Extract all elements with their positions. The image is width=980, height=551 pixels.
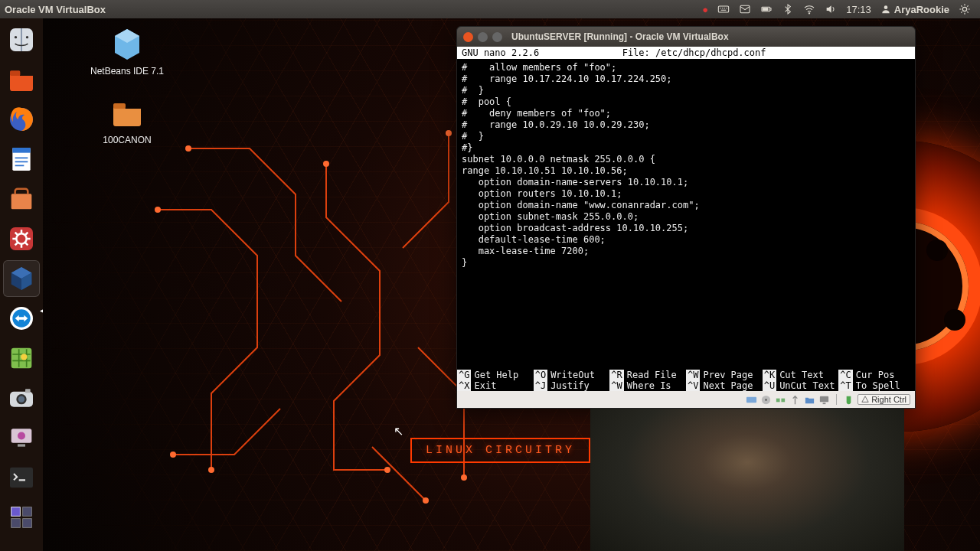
active-window-title: Oracle VM VirtualBox <box>5 4 106 15</box>
nano-shortcut: ^JJustify <box>534 380 610 391</box>
launcher-item-map-app[interactable] <box>3 340 40 377</box>
svg-rect-1 <box>740 5 750 12</box>
volume-indicator-icon[interactable] <box>825 3 837 15</box>
nano-editor-content[interactable]: # allow members of "foo"; # range 10.17.… <box>457 59 915 272</box>
keyboard-indicator-icon[interactable] <box>717 3 730 15</box>
desktop-icon-canon-folder[interactable]: 100CANON <box>89 95 165 145</box>
session-menu-icon[interactable] <box>959 3 971 15</box>
launcher-item-teamviewer[interactable] <box>3 300 40 337</box>
svg-point-37 <box>446 130 452 136</box>
svg-point-27 <box>18 432 25 440</box>
svg-point-39 <box>208 467 214 473</box>
svg-rect-0 <box>719 6 729 12</box>
vm-network-icon[interactable] <box>775 394 786 406</box>
launcher-item-software-center[interactable] <box>3 181 40 217</box>
top-panel: Oracle VM VirtualBox ● 17:13 AryaRookie <box>0 0 980 18</box>
svg-rect-4 <box>763 8 769 11</box>
nano-shortcut: ^OWriteOut <box>534 370 610 380</box>
vm-display-icon[interactable] <box>818 394 830 406</box>
launcher-item-workspace-switcher[interactable] <box>3 499 40 536</box>
user-name: AryaRookie <box>894 4 949 15</box>
svg-rect-28 <box>18 444 25 446</box>
svg-rect-15 <box>11 194 32 209</box>
svg-point-6 <box>884 5 887 9</box>
vm-shared-folder-icon[interactable] <box>804 394 815 406</box>
network-indicator-icon[interactable] <box>803 3 815 15</box>
svg-rect-3 <box>770 8 771 11</box>
nano-header: GNU nano 2.2.6 File: /etc/dhcp/dhcpd.con… <box>457 47 915 59</box>
desktop-icon-canon-label: 100CANON <box>89 135 165 145</box>
webcam-feed <box>590 409 904 551</box>
vm-host-key[interactable]: Right Ctrl <box>858 394 910 405</box>
svg-point-41 <box>423 497 429 504</box>
clock[interactable]: 17:13 <box>846 4 871 15</box>
vm-window-title: UbuntuSERVER [Running] - Oracle VM Virtu… <box>511 31 729 42</box>
svg-rect-33 <box>23 519 32 528</box>
desktop-icon-netbeans-label: NetBeans IDE 7.1 <box>89 66 165 77</box>
vm-console[interactable]: GNU nano 2.2.6 File: /etc/dhcp/dhcpd.con… <box>457 47 915 391</box>
svg-rect-31 <box>23 507 32 517</box>
vm-usb-icon[interactable] <box>789 394 801 406</box>
record-indicator-icon[interactable]: ● <box>702 4 708 15</box>
unity-launcher: ◀ <box>0 18 43 551</box>
wallpaper-label: LINUX CIRCUITRY <box>410 438 590 463</box>
nano-file-path: File: /etc/dhcp/dhcpd.conf <box>539 47 849 58</box>
svg-point-42 <box>384 467 390 473</box>
svg-rect-44 <box>746 396 756 403</box>
svg-rect-47 <box>776 398 780 402</box>
nano-shortcut: ^VNext Page <box>686 380 763 391</box>
window-minimize-button[interactable] <box>478 32 488 42</box>
nano-shortcut: ^WPrev Page <box>686 370 763 380</box>
virtualbox-guest-window[interactable]: UbuntuSERVER [Running] - Oracle VM Virtu… <box>456 26 916 409</box>
nano-shortcut: ^CCur Pos <box>838 370 915 380</box>
launcher-item-terminal[interactable] <box>3 459 40 496</box>
mail-indicator-icon[interactable] <box>739 3 751 15</box>
svg-rect-14 <box>12 148 30 153</box>
vm-hdd-icon[interactable] <box>746 394 757 406</box>
nano-version: GNU nano 2.2.6 <box>462 47 539 58</box>
vm-status-bar: Right Ctrl <box>457 391 915 408</box>
svg-point-21 <box>21 354 27 360</box>
svg-rect-11 <box>10 70 20 76</box>
vm-window-titlebar[interactable]: UbuntuSERVER [Running] - Oracle VM Virtu… <box>457 27 915 47</box>
launcher-item-virtualbox[interactable]: ◀ <box>3 260 40 297</box>
bluetooth-indicator-icon[interactable] <box>782 3 794 15</box>
svg-rect-25 <box>25 389 31 393</box>
vm-mouse-capture-icon[interactable] <box>843 394 854 406</box>
svg-rect-29 <box>10 468 33 488</box>
launcher-item-camera[interactable] <box>3 380 40 416</box>
svg-rect-50 <box>823 403 826 404</box>
launcher-item-finder[interactable] <box>3 21 40 58</box>
launcher-item-screencast[interactable] <box>3 419 40 456</box>
svg-rect-43 <box>113 103 126 109</box>
svg-point-38 <box>170 452 176 458</box>
nano-shortcut: ^GGet Help <box>457 370 534 380</box>
launcher-item-writer[interactable] <box>3 141 40 178</box>
svg-point-7 <box>962 7 966 11</box>
desktop-icon-netbeans[interactable]: NetBeans IDE 7.1 <box>89 26 165 77</box>
nano-shortcut-bar: ^GGet Help^OWriteOut^RRead File^WPrev Pa… <box>457 370 915 391</box>
user-menu[interactable]: AryaRookie <box>880 4 949 15</box>
svg-point-34 <box>185 145 191 152</box>
nano-shortcut: ^TTo Spell <box>838 380 915 391</box>
svg-rect-32 <box>11 519 21 528</box>
svg-rect-48 <box>782 398 786 402</box>
launcher-item-settings[interactable] <box>3 220 40 257</box>
window-maximize-button[interactable] <box>492 32 502 42</box>
battery-indicator-icon[interactable] <box>760 3 773 15</box>
svg-point-5 <box>809 13 810 14</box>
svg-point-46 <box>765 399 767 401</box>
svg-point-9 <box>15 36 17 38</box>
vm-optical-icon[interactable] <box>760 394 772 406</box>
desktop[interactable]: LINUX CIRCUITRY NetBeans IDE 7.1 100CANO… <box>43 18 980 551</box>
svg-point-24 <box>18 396 24 403</box>
window-close-button[interactable] <box>463 32 473 42</box>
nano-shortcut: ^XExit <box>457 380 534 391</box>
launcher-item-files[interactable] <box>3 61 40 98</box>
svg-point-35 <box>155 207 161 213</box>
nano-shortcut: ^UUnCut Text <box>763 380 839 391</box>
launcher-item-firefox[interactable] <box>3 101 40 138</box>
svg-point-36 <box>323 161 329 167</box>
webcam-overlay <box>590 409 904 551</box>
nano-shortcut: ^KCut Text <box>763 370 839 380</box>
